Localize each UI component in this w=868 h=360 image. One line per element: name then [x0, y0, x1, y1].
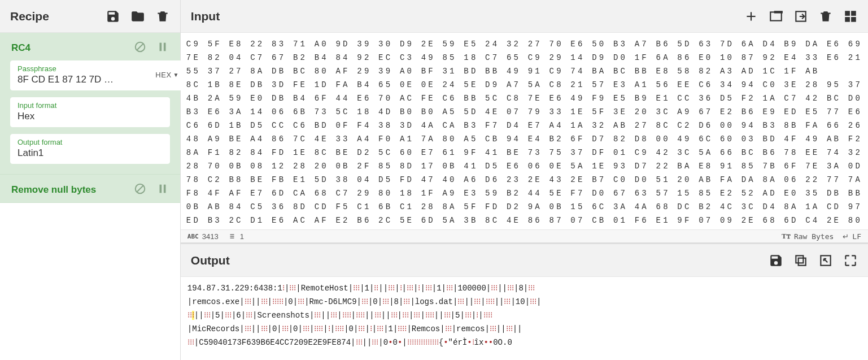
svg-rect-3	[164, 43, 166, 51]
output-format-field[interactable]: Output format Latin1	[10, 134, 170, 164]
svg-rect-11	[845, 11, 850, 16]
svg-rect-9	[774, 11, 783, 13]
char-count: ABC 3413	[187, 232, 219, 241]
svg-rect-7	[164, 185, 166, 193]
recipe-title: Recipe	[10, 10, 49, 23]
input-section: Input	[181, 0, 868, 243]
clear-input-icon[interactable]	[818, 9, 833, 24]
recipe-panel: Recipe RC4	[0, 0, 181, 360]
passphrase-field[interactable]: Passphrase 8F CD E1 87 12 7D … HEX ▼	[10, 60, 186, 90]
svg-rect-16	[796, 255, 803, 263]
open-file-icon[interactable]	[793, 9, 808, 24]
svg-rect-8	[770, 12, 782, 20]
save-output-icon[interactable]	[769, 253, 783, 268]
app-root: Recipe RC4	[0, 0, 868, 360]
svg-rect-14	[851, 17, 856, 22]
passphrase-value: 8F CD E1 87 12 7D …	[18, 74, 114, 85]
breakpoint-icon[interactable]	[156, 41, 169, 55]
input-title: Input	[191, 10, 220, 23]
svg-line-5	[137, 186, 143, 192]
svg-rect-12	[851, 11, 856, 16]
disable-operation-icon[interactable]	[134, 41, 146, 55]
replace-input-icon[interactable]	[818, 253, 833, 268]
output-header: Output	[181, 244, 868, 277]
svg-rect-2	[159, 43, 162, 51]
breakpoint-icon[interactable]	[156, 183, 169, 197]
eol-toggle[interactable]: ↵ LF	[843, 232, 861, 241]
output-text[interactable]: 194.87.31.229:6438:1⁝|⁝⁝⁝|RemoteHost|⁝⁝⁝…	[181, 277, 868, 354]
add-input-tab-icon[interactable]	[744, 9, 758, 24]
output-format-label: Output format	[18, 138, 163, 146]
encoding-toggle[interactable]: Tᴛ Raw Bytes	[782, 232, 834, 241]
recipe-actions	[106, 9, 170, 24]
input-format-value: Hex	[18, 111, 163, 122]
operation-remove-null-bytes[interactable]: Remove null bytes	[0, 175, 180, 203]
svg-rect-6	[159, 185, 162, 193]
io-panel: Input	[181, 0, 868, 360]
svg-line-1	[137, 44, 143, 50]
output-title: Output	[191, 254, 230, 267]
open-folder-tab-icon[interactable]	[769, 9, 783, 24]
chevron-down-icon: ▼	[173, 72, 179, 78]
input-text[interactable]: C9 5F E8 22 83 71 A0 9D 39 30 D9 2E 59 E…	[181, 33, 868, 229]
passphrase-label: Passphrase	[18, 64, 114, 73]
input-format-field[interactable]: Input format Hex	[10, 97, 170, 127]
output-format-value: Latin1	[18, 148, 163, 159]
operation-rc4[interactable]: RC4 Passphrase 8F CD E1 87 12 7D …	[0, 33, 180, 175]
copy-output-icon[interactable]	[793, 253, 808, 268]
clear-recipe-icon[interactable]	[155, 9, 170, 24]
load-recipe-icon[interactable]	[130, 9, 145, 24]
passphrase-type-toggle[interactable]: HEX ▼	[155, 71, 179, 79]
input-format-label: Input format	[18, 101, 163, 110]
input-status-bar: ABC 3413 1 Tᴛ Raw Bytes ↵ LF	[181, 229, 868, 242]
line-count: 1	[229, 232, 244, 241]
svg-rect-13	[845, 17, 850, 22]
output-section: Output 194.87.31.229:6438:1⁝|	[181, 243, 868, 360]
input-settings-icon[interactable]	[843, 9, 858, 24]
svg-rect-15	[799, 258, 806, 265]
operation-title: RC4	[11, 42, 30, 54]
maximize-output-icon[interactable]	[843, 253, 858, 268]
recipe-header: Recipe	[0, 0, 180, 33]
operation-title: Remove null bytes	[11, 184, 96, 196]
input-header: Input	[181, 0, 868, 33]
save-recipe-icon[interactable]	[106, 9, 120, 24]
disable-operation-icon[interactable]	[134, 183, 146, 197]
